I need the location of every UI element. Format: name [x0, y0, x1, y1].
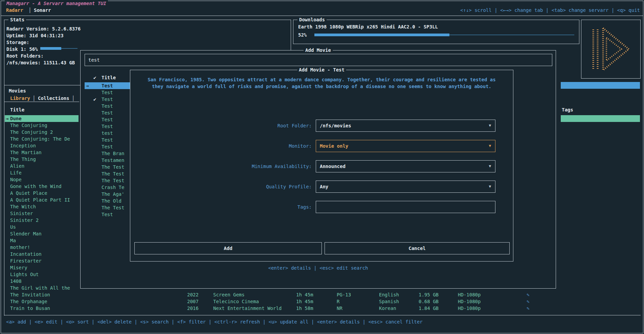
result-title: Test — [102, 89, 113, 96]
library-row[interactable]: Firestarter — [5, 257, 79, 264]
library-row[interactable]: The Orphanage — [5, 298, 79, 305]
search-result-row[interactable]: ✔Test — [85, 96, 135, 103]
movie-title: Us — [10, 224, 16, 230]
tags-input[interactable] — [316, 201, 495, 213]
result-title: The Test — [102, 170, 124, 177]
cell-size: 0.68 GB — [419, 298, 439, 305]
search-result-row[interactable]: Test — [85, 123, 135, 130]
search-result-row[interactable]: The Test — [85, 204, 135, 211]
library-row[interactable]: The Martian — [5, 149, 79, 156]
app-title: Managarr - A Servarr management TUI — [5, 0, 108, 7]
search-result-row[interactable]: The Test — [85, 177, 135, 184]
library-row[interactable]: A Quiet Place Part II — [5, 196, 79, 203]
library-row[interactable]: The Invitation — [5, 291, 79, 298]
edit-icon[interactable]: ✎ — [527, 291, 529, 298]
library-row[interactable]: The Conjuring: The De — [5, 135, 79, 142]
search-result-row[interactable]: Test — [85, 89, 135, 96]
search-result-row[interactable]: Testamen — [85, 157, 135, 164]
library-row[interactable]: mother! — [5, 244, 79, 251]
edit-icon[interactable]: ✎ — [527, 298, 529, 305]
library-row[interactable]: The Witch — [5, 203, 79, 210]
bottom-help-bar: <a> add | <e> edit | <o> sort | <del> de… — [6, 318, 423, 325]
downloads-panel-title: Downloads — [297, 17, 327, 23]
monitor-value: Movie only — [320, 140, 348, 152]
library-row[interactable]: Us — [5, 224, 79, 230]
minimum-availability-select[interactable]: Announced ▼ — [316, 160, 495, 172]
search-result-row[interactable]: →Test — [85, 82, 135, 89]
library-row[interactable]: →Dune — [5, 115, 79, 122]
result-title: Test — [102, 143, 113, 150]
movie-title: mother! — [10, 245, 30, 250]
result-title: Test — [102, 137, 113, 143]
library-row[interactable]: Nope — [5, 176, 79, 183]
search-result-row[interactable]: Test — [85, 116, 135, 123]
movie-title: Lights Out — [10, 272, 39, 277]
downloads-panel: Downloads Earth 1998 1080p WEBRip x265 H… — [293, 20, 579, 44]
search-result-row[interactable]: test — [85, 130, 135, 137]
tab-sonarr[interactable]: Sonarr — [34, 7, 51, 14]
library-row[interactable]: Train to Busan — [5, 305, 79, 312]
library-row[interactable]: Lights Out — [5, 271, 79, 278]
library-row[interactable]: The Girl with All the — [5, 285, 79, 291]
tab-library[interactable]: Library — [10, 95, 30, 102]
search-result-row[interactable]: Crash Te — [85, 184, 135, 191]
search-result-row[interactable]: Test — [85, 143, 135, 150]
quality-profile-select[interactable]: Any ▼ — [316, 181, 495, 193]
managarr-app: Managarr - A Servarr management TUI Rada… — [0, 0, 644, 334]
movie-search-input[interactable]: test — [85, 54, 552, 66]
cell-certification: PG-13 — [337, 291, 351, 298]
search-result-row[interactable]: Test — [85, 103, 135, 109]
tab-radarr[interactable]: Radarr — [6, 7, 23, 14]
movie-title: Ma — [10, 238, 16, 243]
uptime: Uptime: 31d 04:31:23 — [6, 32, 64, 39]
search-result-row[interactable]: The Test — [85, 164, 135, 170]
search-result-row[interactable]: The Old — [85, 197, 135, 204]
disk-progress-bar — [40, 47, 77, 50]
add-button[interactable]: Add — [134, 242, 322, 254]
cancel-button[interactable]: Cancel — [325, 242, 510, 254]
library-row[interactable]: The Conjuring 2 — [5, 129, 79, 135]
library-row[interactable]: Life — [5, 169, 79, 176]
movie-overview-line1: San Francisco, 1985. Two opposites attra… — [130, 76, 513, 83]
disk-progress-fill — [40, 47, 61, 50]
search-result-row[interactable]: The Aga' — [85, 191, 135, 197]
search-result-row[interactable]: The Bran — [85, 150, 135, 157]
monitor-select[interactable]: Movie only ▼ — [316, 140, 495, 152]
library-row[interactable]: Inception — [5, 142, 79, 149]
result-title: The Test — [102, 177, 124, 184]
library-row[interactable]: Alien — [5, 163, 79, 169]
table-row[interactable]: 2022 Screen Gems 1h 45m PG-13 English 1.… — [187, 291, 566, 298]
cell-certification: R — [337, 298, 339, 305]
table-row[interactable]: 2016 Next Entertainment World 1h 58m NR … — [187, 305, 566, 312]
library-row[interactable]: The Conjuring — [5, 122, 79, 129]
library-row[interactable]: Slender Man — [5, 230, 79, 237]
library-row[interactable]: The Thing — [5, 156, 79, 163]
tags-column-header: Tags — [562, 106, 573, 113]
tab-collections[interactable]: Collections — [38, 95, 69, 102]
search-result-row[interactable]: Test — [85, 109, 135, 116]
managarr-logo-icon — [590, 25, 631, 73]
result-title: test — [102, 130, 113, 137]
result-title: Crash Te — [102, 184, 124, 191]
search-result-row[interactable]: Test — [85, 211, 135, 218]
logo-panel — [581, 20, 641, 79]
quality-profile-value: Any — [320, 181, 328, 192]
library-row[interactable]: Ma — [5, 237, 79, 244]
search-result-row[interactable]: The Test — [85, 170, 135, 177]
library-row[interactable]: A Quiet Place — [5, 190, 79, 196]
result-title: Testamen — [102, 157, 124, 164]
root-folder-label: Root Folder: — [130, 122, 312, 129]
movie-title: Misery — [10, 265, 27, 270]
edit-icon[interactable]: ✎ — [527, 305, 529, 312]
library-row[interactable]: 1408 — [5, 278, 79, 285]
library-row[interactable]: Gone with the Wind — [5, 183, 79, 190]
movie-title: Incantation — [10, 251, 42, 257]
library-row[interactable]: Incantation — [5, 251, 79, 257]
library-row[interactable]: Sinister 2 — [5, 217, 79, 224]
library-row[interactable]: Misery — [5, 264, 79, 271]
library-row[interactable]: Sinister — [5, 210, 79, 217]
table-row[interactable]: 2007 Telecinco Cinema 1h 45m R Spanish 0… — [187, 298, 566, 305]
library-list: →Dune The Conjuring The Conjuring 2 The … — [5, 115, 79, 312]
search-result-row[interactable]: Test — [85, 137, 135, 143]
root-folder-select[interactable]: /nfs/movies ▼ — [316, 120, 495, 132]
